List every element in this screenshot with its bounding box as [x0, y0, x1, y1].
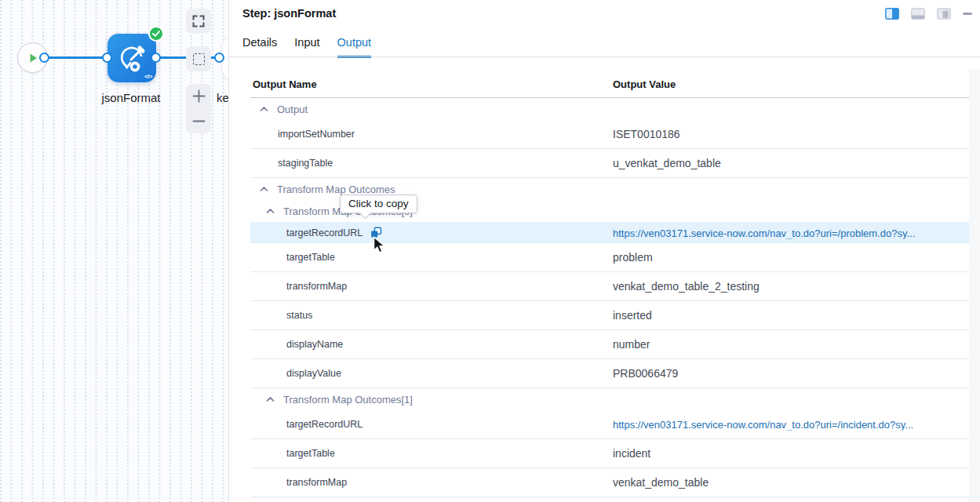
code-icon: </> — [144, 73, 152, 80]
panel-window-controls — [885, 8, 972, 20]
group-row-output[interactable]: Output — [250, 98, 969, 120]
copy-tooltip: Click to copy — [340, 195, 417, 213]
output-value: ISET0010186 — [613, 128, 680, 140]
connector-dot[interactable] — [102, 53, 112, 63]
output-row-stagingtable[interactable]: stagingTableu_venkat_demo_table — [250, 149, 969, 178]
output-rows: OutputimportSetNumberISET0010186stagingT… — [250, 98, 969, 497]
zoom-controls — [186, 84, 211, 133]
chevron-up-icon[interactable] — [260, 186, 268, 192]
output-value: inserted — [613, 309, 652, 322]
output-name: transformMap — [286, 281, 347, 292]
group-label: Output — [277, 104, 308, 115]
column-header-value: Output Value — [613, 78, 676, 90]
output-name: status — [286, 310, 312, 321]
output-row-importsetnumber[interactable]: importSetNumberISET0010186 — [250, 120, 969, 149]
output-name: displayValue — [286, 368, 341, 379]
output-value: venkat_demo_table — [613, 476, 709, 489]
play-icon — [27, 53, 38, 64]
fit-screen-button[interactable] — [186, 9, 211, 34]
marquee-select-icon — [193, 53, 205, 65]
output-value-link[interactable]: https://ven03171.service-now.com/nav_to.… — [613, 227, 915, 238]
output-row-targettable[interactable]: targetTableincident — [250, 439, 969, 468]
group-label: Transform Map Outcomes[1] — [283, 394, 413, 406]
output-name: targetRecordURL — [286, 227, 362, 238]
chevron-up-icon[interactable] — [266, 208, 275, 214]
output-name: displayName — [286, 339, 343, 350]
output-row-transformmap[interactable]: transformMapvenkat_demo_table — [250, 468, 969, 497]
mouse-cursor — [373, 236, 385, 253]
step-node-label: jsonFormat — [84, 91, 178, 104]
zoom-out-button[interactable] — [192, 115, 206, 128]
zoom-in-button[interactable] — [192, 89, 206, 103]
output-row-targetrecordurl[interactable]: targetRecordURLhttps://ven03171.service-… — [250, 410, 969, 439]
collapse-panel-button[interactable] — [963, 13, 972, 15]
flow-designer-window: </> jsonFormat ke — [0, 0, 980, 502]
output-row-targettable[interactable]: targetTableproblem — [250, 243, 969, 272]
output-name: stagingTable — [278, 158, 333, 169]
output-row-displayname[interactable]: displayNamenumber — [250, 330, 969, 359]
output-name: targetTable — [286, 252, 335, 263]
output-row-targetrecordurl[interactable]: targetRecordURLhttps://ven03171.service-… — [250, 222, 969, 243]
chevron-up-icon[interactable] — [266, 396, 275, 402]
layout-overlay-panel-button[interactable] — [937, 8, 951, 20]
panel-title: Step: jsonFormat — [242, 7, 336, 20]
step-detail-panel: Step: jsonFormat Details Input Output — [228, 0, 980, 502]
connector-dot[interactable] — [39, 53, 49, 63]
group-label: Transform Map Outcomes — [277, 184, 395, 195]
detail-tabs: Details Input Output — [242, 36, 371, 58]
output-name: targetRecordURL — [286, 419, 362, 430]
output-name: transformMap — [286, 477, 347, 488]
output-row-status[interactable]: statusinserted — [250, 301, 969, 330]
output-value: number — [613, 338, 650, 351]
flow-canvas[interactable]: </> jsonFormat ke — [0, 0, 228, 502]
chevron-up-icon[interactable] — [260, 106, 268, 112]
output-value: u_venkat_demo_table — [613, 157, 721, 169]
connector-dot[interactable] — [214, 53, 224, 63]
output-row-displayvalue[interactable]: displayValuePRB0066479 — [250, 359, 969, 388]
tab-output[interactable]: Output — [337, 36, 372, 58]
output-name: importSetNumber — [278, 129, 355, 140]
output-row-transformmap[interactable]: transformMapvenkat_demo_table_2_testing — [250, 272, 969, 301]
output-value: problem — [613, 251, 653, 264]
output-value: venkat_demo_table_2_testing — [613, 280, 760, 293]
fit-screen-icon — [192, 15, 205, 27]
step-node-jsonformat[interactable]: </> — [107, 34, 156, 82]
group-row-transform-map-outcomes-1[interactable]: Transform Map Outcomes[1] — [250, 388, 969, 410]
output-value: PRB0066479 — [613, 367, 678, 380]
output-value-link[interactable]: https://ven03171.service-now.com/nav_to.… — [613, 419, 913, 431]
column-header-name: Output Name — [253, 78, 317, 90]
output-table-header: Output Name Output Value — [250, 75, 969, 98]
next-node-label: ke — [217, 91, 229, 104]
success-check-icon — [148, 26, 164, 42]
scrollbar-track[interactable] — [969, 69, 980, 502]
layout-right-panel-button[interactable] — [885, 8, 899, 20]
output-name: targetTable — [286, 448, 335, 459]
marquee-select-button[interactable] — [186, 46, 211, 71]
layout-bottom-panel-button[interactable] — [911, 8, 925, 20]
connector-dot[interactable] — [151, 53, 161, 63]
output-value: incident — [613, 447, 650, 460]
output-table: Output Name Output Value OutputimportSet… — [250, 75, 969, 497]
tab-input[interactable]: Input — [294, 36, 319, 58]
tabs-divider — [229, 56, 980, 57]
tab-details[interactable]: Details — [242, 36, 277, 58]
